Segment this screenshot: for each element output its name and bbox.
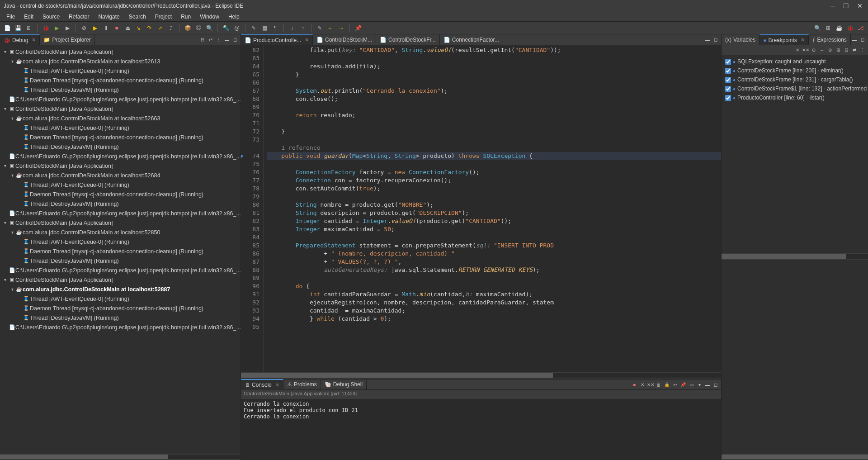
debug-tree-node[interactable]: 🧵Daemon Thread [mysql-cj-abandoned-conne… — [0, 190, 241, 199]
line-number[interactable]: 83 — [241, 225, 259, 233]
twist-icon[interactable]: ▾ — [9, 116, 15, 121]
debug-tree-node[interactable]: 🧵Thread [DestroyJavaVM] (Running) — [0, 142, 241, 152]
annotation-icon[interactable]: @ — [232, 24, 241, 33]
debug-icon[interactable]: 🐞 — [41, 24, 50, 33]
code-line[interactable]: return resultado; — [267, 111, 721, 119]
debug-tree-node[interactable]: 🧵Thread [AWT-EventQueue-0] (Running) — [0, 294, 241, 304]
toggle-block-icon[interactable]: ▦ — [260, 24, 269, 33]
menu-edit[interactable]: Edit — [19, 13, 38, 21]
remove-launch-icon[interactable]: ✕ — [639, 381, 646, 388]
step-into-icon[interactable]: ↘ — [134, 24, 143, 33]
debug-tree-node[interactable]: 📄C:\Users\Eduardo G\.p2\pool\plugins\org… — [0, 209, 241, 218]
view-menu-icon[interactable]: ⋮ — [215, 36, 222, 43]
breakpoint-checkbox[interactable] — [725, 86, 731, 92]
line-number[interactable]: 85 — [241, 242, 259, 250]
tab-breakpoints[interactable]: ●Breakpoints✕ — [760, 34, 809, 45]
menu-help[interactable]: Help — [224, 13, 244, 21]
line-number[interactable]: 86 — [241, 250, 259, 258]
console-maximize-icon[interactable]: ◻ — [712, 381, 719, 388]
pin-editor-icon[interactable]: 📌 — [354, 24, 363, 33]
save-all-icon[interactable]: 🗎 — [24, 24, 33, 33]
line-number[interactable]: 89 — [241, 274, 259, 282]
line-number[interactable]: 69 — [241, 103, 259, 111]
right-maximize-icon[interactable]: ◻ — [859, 36, 866, 43]
remove-all-icon[interactable]: ✕✕ — [647, 381, 654, 388]
remove-all-breakpoints-icon[interactable]: ✕✕ — [802, 47, 809, 54]
bp-view-menu-icon[interactable]: ⋮ — [859, 47, 866, 54]
editor-tab[interactable]: 📄ConnectionFactor... — [440, 34, 503, 45]
new-package-icon[interactable]: 📦 — [183, 24, 192, 33]
line-number[interactable]: 82 — [241, 217, 259, 225]
back-icon[interactable]: ← — [326, 24, 335, 33]
breakpoint-item[interactable]: ●SQLException: caught and uncaught — [722, 57, 867, 66]
code-line[interactable]: String nombre = producto.get("NOMBRE"); — [267, 201, 721, 209]
breakpoint-checkbox[interactable] — [725, 59, 731, 65]
twist-icon[interactable]: ▾ — [9, 230, 15, 235]
debug-tree-node[interactable]: ▾☕com.alura.jdbc.ControlDeStockMain at l… — [0, 285, 241, 294]
new-icon[interactable]: 📄 — [3, 24, 12, 33]
code-line[interactable]: con.close(); — [267, 95, 721, 103]
close-icon[interactable]: ✕ — [30, 37, 36, 43]
debug-tree[interactable]: ▾▣ControlDeStockMain [Java Application]▾… — [0, 45, 241, 454]
debug-tree-node[interactable]: 🧵Thread [AWT-EventQueue-0] (Running) — [0, 123, 241, 133]
editor-gutter[interactable]: 6263646566676869707172737475767778798081… — [241, 45, 264, 372]
twist-icon[interactable]: ▾ — [2, 163, 8, 168]
close-icon[interactable]: ✕ — [799, 37, 805, 43]
right-hscroll2[interactable] — [722, 454, 868, 460]
breakpoint-item[interactable]: ●ControlDeStockFrame [line: 231] - carga… — [722, 75, 867, 84]
editor-maximize-icon[interactable]: ◻ — [712, 36, 719, 43]
code-line[interactable] — [267, 274, 721, 282]
code-line[interactable] — [267, 160, 721, 168]
new-class-icon[interactable]: Ⓒ — [194, 24, 203, 33]
minimize-view-icon[interactable]: ▬ — [223, 36, 231, 43]
debug-perspective-icon[interactable]: 🐞 — [845, 24, 854, 33]
twist-icon[interactable]: ▾ — [9, 59, 15, 64]
disconnect-icon[interactable]: ⏏ — [123, 24, 132, 33]
goto-file-icon[interactable]: → — [818, 47, 826, 54]
coverage-icon[interactable]: ▶ — [63, 24, 72, 33]
breakpoint-item[interactable]: ●ProductoController [line: 60] - listar(… — [722, 93, 867, 102]
line-number[interactable]: 94 — [241, 315, 259, 323]
code-line[interactable]: } while (cantidad > 0); — [267, 315, 721, 323]
debug-tree-node[interactable]: 📄C:\Users\Eduardo G\.p2\pool\plugins\org… — [0, 322, 241, 332]
terminate-console-icon[interactable]: ■ — [631, 381, 638, 388]
last-edit-icon[interactable]: ✎ — [315, 24, 324, 33]
twist-icon[interactable]: ▾ — [2, 277, 8, 282]
code-line[interactable]: resultado.add(fila); — [267, 62, 721, 71]
line-number[interactable]: 95 — [241, 323, 259, 331]
breakpoint-item[interactable]: ●ControlDeStockFrame$1 [line: 132] - act… — [722, 84, 867, 93]
show-supported-icon[interactable]: ⊙ — [810, 47, 817, 54]
tab-expressions[interactable]: ƒExpressions — [809, 34, 851, 45]
step-over-icon[interactable]: ↷ — [145, 24, 154, 33]
breakpoints-list[interactable]: ●SQLException: caught and uncaught●Contr… — [722, 55, 868, 253]
debug-tree-node[interactable]: 🧵Thread [DestroyJavaVM] (Running) — [0, 85, 241, 95]
line-number[interactable]: 74 — [241, 152, 259, 160]
menu-run[interactable]: Run — [176, 13, 195, 21]
resume-icon[interactable]: ▶ — [90, 24, 99, 33]
expand-all-icon[interactable]: ⊞ — [835, 47, 842, 54]
line-number[interactable]: 75 — [241, 160, 259, 168]
code-line[interactable] — [267, 54, 721, 62]
debug-tree-node[interactable]: ▾☕com.alura.jdbc.ControlDeStockMain at l… — [0, 228, 241, 237]
debug-tree-node[interactable]: ▾☕com.alura.jdbc.ControlDeStockMain at l… — [0, 171, 241, 180]
code-line[interactable] — [267, 119, 721, 128]
editor-tab[interactable]: 📄ControlDeStockM... — [313, 34, 376, 45]
debug-tree-node[interactable]: 🧵Thread [DestroyJavaVM] (Running) — [0, 199, 241, 209]
skip-breakpoints-icon[interactable]: ⊘ — [80, 24, 89, 33]
code-line[interactable]: public void guardar(Map<String, String> … — [267, 152, 721, 160]
line-number[interactable]: 73 — [241, 136, 259, 144]
twist-icon[interactable]: ▾ — [2, 49, 8, 54]
prev-annotation-icon[interactable]: ↑ — [298, 24, 307, 33]
debug-tree-node[interactable]: 🧵Thread [AWT-EventQueue-0] (Running) — [0, 66, 241, 76]
open-type-icon[interactable]: 🔍 — [205, 24, 214, 33]
line-number[interactable]: 77 — [241, 176, 259, 185]
open-console-icon[interactable]: ▾ — [696, 381, 703, 388]
remove-breakpoint-icon[interactable]: ✕ — [794, 47, 801, 54]
toggle-mark-icon[interactable]: ✎ — [249, 24, 258, 33]
line-number[interactable]: 92 — [241, 299, 259, 307]
git-perspective-icon[interactable]: ⎇ — [856, 24, 865, 33]
line-number[interactable]: 90 — [241, 282, 259, 290]
maximize-icon[interactable]: ☐ — [843, 2, 849, 9]
debug-tree-node[interactable]: ▾▣ControlDeStockMain [Java Application] — [0, 47, 241, 57]
quick-access-icon[interactable]: 🔍 — [813, 24, 822, 33]
